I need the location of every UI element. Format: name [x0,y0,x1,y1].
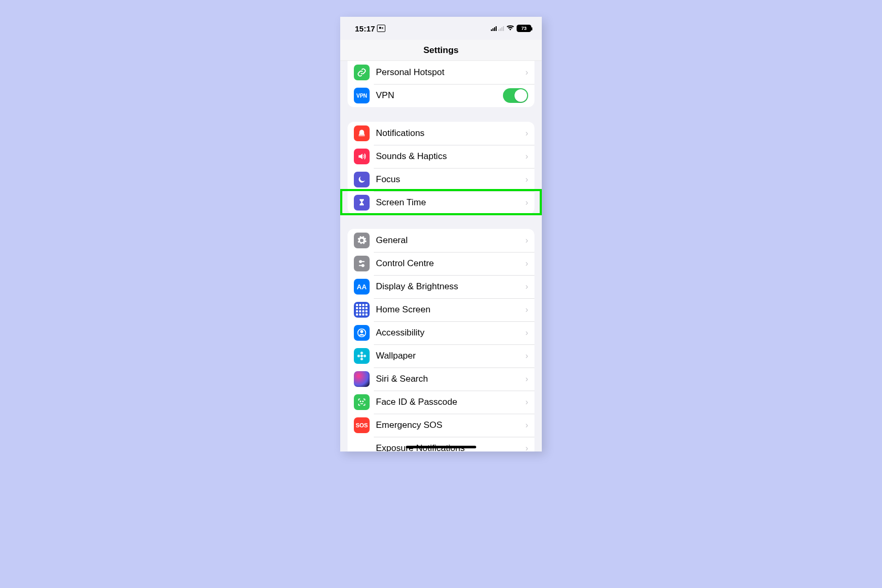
chevron-right-icon: › [526,305,528,314]
chevron-right-icon: › [526,129,528,138]
personal-hotspot-icon [354,65,370,80]
settings-row-label: Emergency SOS [376,420,522,430]
chevron-right-icon: › [526,328,528,338]
settings-row-display-brightness[interactable]: AADisplay & Brightness› [348,275,534,298]
settings-row-faceid-passcode[interactable]: Face ID & Passcode› [348,391,534,414]
siri-search-icon [354,371,370,387]
status-left: 15:17 [355,24,385,33]
chevron-right-icon: › [526,282,528,291]
settings-scroll[interactable]: Personal Hotspot›VPNVPN Notifications›So… [340,61,542,452]
faceid-passcode-icon [354,394,370,410]
settings-row-control-centre[interactable]: Control Centre› [348,252,534,275]
svg-point-13 [358,355,360,358]
settings-row-label: Control Centre [376,258,522,269]
svg-point-7 [362,265,364,267]
wifi-icon [506,24,514,33]
settings-row-label: Personal Hotspot [376,67,522,78]
settings-row-personal-hotspot[interactable]: Personal Hotspot› [348,61,534,84]
svg-point-14 [363,355,366,358]
svg-point-12 [361,358,363,360]
settings-row-label: VPN [376,90,503,101]
svg-rect-3 [359,135,365,136]
chevron-right-icon: › [526,421,528,430]
settings-row-accessibility[interactable]: Accessibility› [348,321,534,344]
contact-card-icon [377,25,385,32]
settings-row-notifications[interactable]: Notifications› [348,122,534,145]
settings-group-attention: Notifications›Sounds & Haptics›Focus›Scr… [348,122,534,214]
chevron-right-icon: › [526,374,528,384]
cellular-signal-icon [491,26,504,31]
settings-row-home-screen[interactable]: Home Screen› [348,298,534,321]
chevron-right-icon: › [526,351,528,361]
settings-row-vpn[interactable]: VPNVPN [348,84,534,107]
settings-row-screen-time[interactable]: Screen Time› [348,191,534,214]
status-bar: 15:17 73 [340,17,542,40]
chevron-right-icon: › [526,152,528,161]
wallpaper-icon [354,348,370,364]
settings-row-sounds-haptics[interactable]: Sounds & Haptics› [348,145,534,168]
svg-point-15 [357,374,366,384]
focus-icon [354,172,370,187]
svg-point-16 [360,401,361,402]
settings-row-label: Sounds & Haptics [376,151,522,162]
svg-point-9 [361,330,363,332]
svg-point-5 [360,260,362,262]
settings-group-general: General›Control Centre›AADisplay & Brigh… [348,229,534,452]
phone-frame: 15:17 73 Settings Personal Hotspot›VPNVP… [340,17,542,452]
settings-group-connectivity: Personal Hotspot›VPNVPN [348,61,534,107]
settings-row-label: Notifications [376,128,522,139]
settings-row-label: Home Screen [376,304,522,315]
settings-row-siri-search[interactable]: Siri & Search› [348,368,534,391]
chevron-right-icon: › [526,198,528,207]
svg-rect-2 [382,28,383,29]
sounds-haptics-icon [354,149,370,164]
settings-row-general[interactable]: General› [348,229,534,252]
chevron-right-icon: › [526,397,528,407]
chevron-right-icon: › [526,259,528,268]
settings-row-focus[interactable]: Focus› [348,168,534,191]
home-indicator[interactable] [406,446,476,448]
chevron-right-icon: › [526,175,528,184]
settings-row-label: Face ID & Passcode [376,397,522,407]
chevron-right-icon: › [526,444,528,452]
settings-row-label: Accessibility [376,328,522,338]
exposure-notifications-icon [354,440,370,452]
status-time: 15:17 [355,24,375,33]
settings-row-label: Siri & Search [376,374,522,384]
notifications-icon [354,125,370,141]
settings-row-label: Focus [376,174,522,185]
svg-point-10 [361,355,363,358]
svg-rect-1 [382,27,383,28]
settings-row-wallpaper[interactable]: Wallpaper› [348,344,534,368]
svg-point-0 [379,27,381,29]
general-icon [354,233,370,248]
page-title: Settings [423,45,458,56]
display-brightness-icon: AA [354,279,370,295]
status-right: 73 [491,24,531,33]
settings-row-emergency-sos[interactable]: SOSEmergency SOS› [348,414,534,437]
control-centre-icon [354,256,370,271]
home-screen-icon [354,302,370,318]
vpn-icon: VPN [354,88,370,103]
battery-level: 73 [521,26,527,31]
battery-icon: 73 [517,25,531,32]
nav-header: Settings [340,40,542,61]
chevron-right-icon: › [526,236,528,245]
vpn-toggle[interactable] [503,88,528,103]
settings-row-label: Wallpaper [376,351,522,361]
svg-point-17 [363,401,364,402]
settings-row-label: General [376,235,522,246]
accessibility-icon [354,325,370,341]
settings-row-exposure-notifications[interactable]: Exposure Notifications› [348,437,534,452]
settings-row-label: Display & Brightness [376,281,522,292]
chevron-right-icon: › [526,68,528,77]
svg-point-11 [361,352,363,354]
emergency-sos-icon: SOS [354,417,370,433]
settings-row-label: Screen Time [376,197,522,208]
screen-time-icon [354,195,370,211]
